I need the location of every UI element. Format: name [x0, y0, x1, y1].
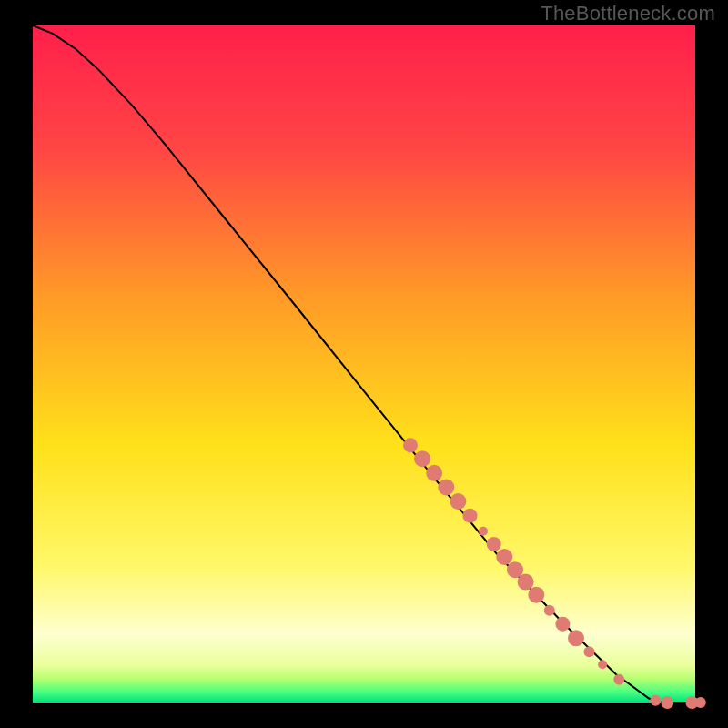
data-marker — [613, 674, 624, 685]
data-marker — [584, 646, 595, 657]
watermark-text: TheBottleneck.com — [541, 2, 715, 25]
data-marker — [650, 695, 661, 706]
data-marker — [518, 574, 534, 591]
data-marker — [438, 479, 454, 495]
data-marker — [568, 630, 584, 646]
data-marker — [479, 527, 488, 536]
data-marker — [463, 509, 478, 523]
bottleneck-chart — [0, 0, 728, 728]
data-marker — [426, 465, 442, 481]
data-marker — [598, 660, 607, 669]
data-marker — [414, 450, 430, 467]
data-marker — [544, 605, 555, 616]
data-marker — [450, 493, 466, 510]
data-marker — [695, 697, 706, 708]
data-marker — [496, 549, 512, 565]
data-marker — [555, 617, 570, 632]
data-marker — [487, 537, 501, 551]
chart-frame: TheBottleneck.com — [0, 0, 728, 728]
data-marker — [661, 696, 673, 709]
data-marker — [403, 438, 418, 452]
data-marker — [528, 587, 544, 603]
plot-background — [33, 25, 695, 703]
